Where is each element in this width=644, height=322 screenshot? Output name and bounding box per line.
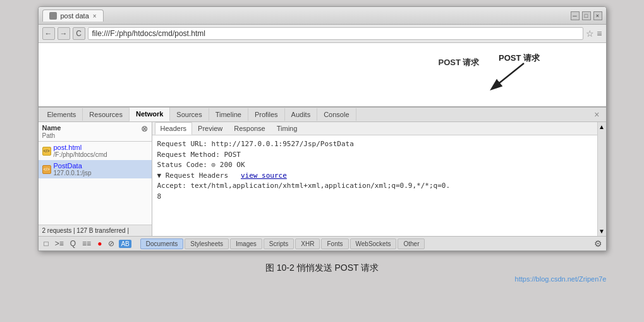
tab-favicon [49, 12, 57, 20]
figure-number: 图 10-2 [265, 263, 295, 273]
filter-close-icon[interactable]: ⊗ [141, 124, 148, 139]
annotation-area: POST 请求 POST 请求 [39, 49, 606, 100]
panel-tab-timing[interactable]: Timing [271, 122, 303, 135]
html-file-icon: </> [42, 147, 51, 156]
panel-tab-headers[interactable]: Headers [155, 122, 193, 135]
item-path-posthtml: /F:/php/htdocs/cmd [54, 151, 107, 158]
devtools-close-button[interactable]: × [590, 108, 603, 121]
name-column-header: NamePath [42, 124, 61, 139]
devtools-panel: Elements Resources Network Sources Timel… [39, 106, 606, 251]
back-button[interactable]: ← [42, 27, 55, 40]
request-headers-label: ▼ Request Headers [157, 171, 229, 180]
scroll-down-icon[interactable]: ▼ [598, 228, 605, 235]
status-code-line: Status Code: ⊙ 200 OK [157, 160, 592, 171]
devtools-tab-network[interactable]: Network [130, 108, 170, 121]
tab-title: post data [61, 12, 89, 20]
filter-websockets[interactable]: WebSockets [350, 238, 397, 249]
figure-caption: 图 10-2 悄悄发送 POST 请求 [265, 263, 379, 274]
search-icon[interactable]: Q [68, 238, 78, 249]
devtools-left-header: NamePath ⊗ [39, 122, 152, 142]
filter-scripts[interactable]: Scripts [264, 238, 295, 249]
svg-line-1 [492, 63, 524, 89]
panel-tab-preview[interactable]: Preview [192, 122, 228, 135]
network-item-posthtml[interactable]: </> post.html /F:/php/htdocs/cmd [39, 142, 152, 160]
tab-close-button[interactable]: × [93, 13, 97, 20]
filter-fonts[interactable]: Fonts [321, 238, 348, 249]
panel-content: Request URL: http://127.0.0.1:9527/Jsp/P… [152, 135, 597, 236]
request-headers-line: ▼ Request Headers view source [157, 171, 592, 182]
page-content: POST 请求 POST 请求 [39, 43, 606, 106]
devtools-tab-profiles[interactable]: Profiles [248, 108, 285, 121]
filter-tabs: Documents Stylesheets Images Scripts XHR… [140, 238, 425, 249]
item-name-postdata: PostData [54, 162, 92, 170]
devtools-body: NamePath ⊗ </> post.html /F:/php/htdocs/… [39, 122, 606, 236]
panel-tab-bar: Headers Preview Response Timing [152, 122, 597, 135]
devtools-tab-timeline[interactable]: Timeline [209, 108, 248, 121]
view-source-link[interactable]: view source [241, 171, 287, 180]
accept-cont: 8 [157, 192, 592, 202]
clear-icon[interactable]: ⊘ [106, 238, 116, 249]
devtools-tab-resources[interactable]: Resources [83, 108, 130, 121]
browser-tab[interactable]: post data × [42, 9, 104, 22]
transfer-info: 2 requests | 127 B transferred | [39, 225, 152, 236]
request-url-line: Request URL: http://127.0.0.1:9527/Jsp/P… [157, 139, 592, 150]
arrow-svg: POST 请求 [442, 49, 568, 97]
address-bar: ← → C file:///F:/php/htdocs/cmd/post.htm… [39, 25, 606, 43]
devtools-left-panel: NamePath ⊗ </> post.html /F:/php/htdocs/… [39, 122, 152, 236]
inspect-icon[interactable]: □ [42, 238, 51, 249]
settings-gear-icon[interactable]: ⚙ [594, 238, 602, 249]
accept-line: Accept: text/html,application/xhtml+xml,… [157, 181, 592, 192]
filter-images[interactable]: Images [230, 238, 262, 249]
item-name-posthtml: post.html [54, 144, 107, 151]
panel-tab-response[interactable]: Response [228, 122, 271, 135]
maximize-button[interactable]: □ [582, 11, 591, 20]
filter-xhr[interactable]: XHR [295, 238, 320, 249]
url-input[interactable]: file:///F:/php/htdocs/cmd/post.html [88, 27, 584, 40]
network-item-postdata[interactable]: </> PostData 127.0.0.1:/jsp [39, 160, 152, 178]
item-text-postdata: PostData 127.0.0.1:/jsp [54, 162, 92, 176]
devtools-tab-sources[interactable]: Sources [170, 108, 209, 121]
refresh-button[interactable]: C [73, 27, 85, 40]
menu-icon[interactable]: ≡ [597, 28, 602, 39]
devtools-bottom-bar: □ >≡ Q ≡≡ ● ⊘ AB Documents Stylesheets I… [39, 236, 606, 251]
filter-stylesheets[interactable]: Stylesheets [185, 238, 229, 249]
filter-other[interactable]: Other [398, 238, 425, 249]
devtools-tab-console[interactable]: Console [317, 108, 356, 121]
close-button[interactable]: × [593, 11, 602, 20]
item-text-posthtml: post.html /F:/php/htdocs/cmd [54, 144, 107, 158]
console-icon[interactable]: >≡ [53, 238, 66, 249]
scroll-up-icon[interactable]: ▲ [598, 123, 605, 130]
filter-documents[interactable]: Documents [140, 238, 184, 249]
forward-button[interactable]: → [58, 27, 70, 40]
item-path-postdata: 127.0.0.1:/jsp [54, 170, 92, 176]
tab-area: post data × [42, 9, 571, 22]
scroll-panel: ▲ ▼ [597, 122, 606, 236]
figure-text: 悄悄发送 POST 请求 [297, 263, 379, 273]
svg-text:POST 请求: POST 请求 [499, 53, 540, 63]
window-controls: ─ □ × [571, 11, 602, 20]
bookmark-icon[interactable]: ☆ [586, 28, 594, 39]
devtools-right-panel: Headers Preview Response Timing Request … [152, 122, 597, 236]
devtools-tab-bar: Elements Resources Network Sources Timel… [39, 108, 606, 122]
record-icon[interactable]: ● [95, 238, 104, 249]
browser-window: post data × ─ □ × ← → C file:///F:/php/h… [38, 6, 607, 251]
title-bar: post data × ─ □ × [39, 7, 606, 25]
request-method-line: Request Method: POST [157, 150, 592, 161]
devtools-tab-audits[interactable]: Audits [285, 108, 318, 121]
minimize-button[interactable]: ─ [571, 11, 580, 20]
list-icon[interactable]: ≡≡ [80, 238, 93, 249]
devtools-tab-elements[interactable]: Elements [41, 108, 83, 121]
all-icon[interactable]: AB [119, 240, 131, 248]
caption-url: https://blog.csdn.net/Zripen7e [38, 275, 607, 283]
json-file-icon: </> [42, 165, 51, 174]
